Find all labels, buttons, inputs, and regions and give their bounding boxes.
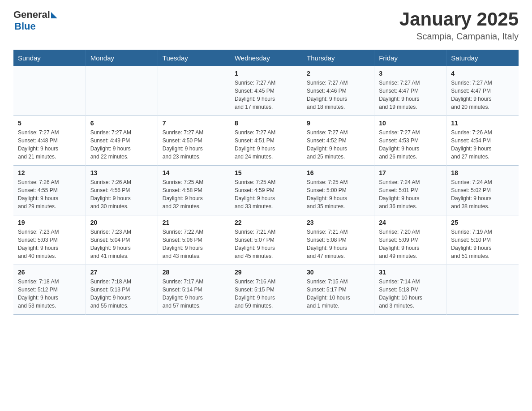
table-row: 21Sunrise: 7:22 AM Sunset: 5:06 PM Dayli…	[158, 215, 230, 265]
day-number: 10	[379, 120, 442, 127]
header-sunday: Sunday	[13, 50, 86, 66]
day-number: 20	[90, 219, 153, 226]
table-row: 29Sunrise: 7:16 AM Sunset: 5:15 PM Dayli…	[230, 265, 302, 315]
day-number: 17	[379, 169, 442, 176]
table-row: 23Sunrise: 7:21 AM Sunset: 5:08 PM Dayli…	[302, 215, 374, 265]
day-number: 11	[451, 120, 514, 127]
day-number: 28	[163, 269, 225, 276]
day-number: 26	[18, 269, 81, 276]
day-number: 31	[379, 269, 442, 276]
day-info: Sunrise: 7:27 AM Sunset: 4:48 PM Dayligh…	[18, 128, 81, 161]
table-row: 6Sunrise: 7:27 AM Sunset: 4:49 PM Daylig…	[86, 116, 158, 166]
day-number: 25	[451, 219, 514, 226]
table-row	[446, 265, 519, 315]
day-info: Sunrise: 7:21 AM Sunset: 5:07 PM Dayligh…	[235, 228, 297, 260]
table-row: 11Sunrise: 7:26 AM Sunset: 4:54 PM Dayli…	[446, 116, 519, 166]
day-info: Sunrise: 7:15 AM Sunset: 5:17 PM Dayligh…	[307, 278, 369, 310]
day-info: Sunrise: 7:16 AM Sunset: 5:15 PM Dayligh…	[235, 278, 297, 310]
table-row: 26Sunrise: 7:18 AM Sunset: 5:12 PM Dayli…	[13, 265, 86, 315]
header-tuesday: Tuesday	[158, 50, 230, 66]
day-info: Sunrise: 7:27 AM Sunset: 4:53 PM Dayligh…	[379, 128, 442, 161]
day-number: 24	[379, 219, 442, 226]
day-info: Sunrise: 7:27 AM Sunset: 4:49 PM Dayligh…	[90, 128, 153, 161]
day-number: 4	[451, 70, 514, 77]
day-info: Sunrise: 7:18 AM Sunset: 5:12 PM Dayligh…	[18, 278, 81, 310]
day-number: 16	[307, 169, 369, 176]
day-number: 1	[235, 70, 297, 77]
day-info: Sunrise: 7:27 AM Sunset: 4:47 PM Dayligh…	[379, 79, 442, 111]
day-number: 6	[90, 120, 153, 127]
table-row: 8Sunrise: 7:27 AM Sunset: 4:51 PM Daylig…	[230, 116, 302, 166]
calendar-week-row: 5Sunrise: 7:27 AM Sunset: 4:48 PM Daylig…	[13, 116, 519, 166]
day-number: 13	[90, 169, 153, 176]
day-number: 9	[307, 120, 369, 127]
calendar-title: January 2025	[399, 9, 519, 30]
logo-general: General	[13, 9, 50, 21]
day-info: Sunrise: 7:27 AM Sunset: 4:47 PM Dayligh…	[451, 79, 514, 111]
day-number: 2	[307, 70, 369, 77]
day-number: 19	[18, 219, 81, 226]
table-row: 14Sunrise: 7:25 AM Sunset: 4:58 PM Dayli…	[158, 166, 230, 215]
table-row: 20Sunrise: 7:23 AM Sunset: 5:04 PM Dayli…	[86, 215, 158, 265]
logo: General Blue	[13, 9, 57, 32]
day-info: Sunrise: 7:27 AM Sunset: 4:51 PM Dayligh…	[235, 128, 297, 161]
day-info: Sunrise: 7:22 AM Sunset: 5:06 PM Dayligh…	[163, 228, 225, 260]
day-info: Sunrise: 7:27 AM Sunset: 4:52 PM Dayligh…	[307, 128, 369, 161]
table-row: 5Sunrise: 7:27 AM Sunset: 4:48 PM Daylig…	[13, 116, 86, 166]
header-saturday: Saturday	[446, 50, 519, 66]
table-row: 12Sunrise: 7:26 AM Sunset: 4:55 PM Dayli…	[13, 166, 86, 215]
day-number: 3	[379, 70, 442, 77]
day-number: 14	[163, 169, 225, 176]
day-number: 30	[307, 269, 369, 276]
day-number: 8	[235, 120, 297, 127]
table-row: 9Sunrise: 7:27 AM Sunset: 4:52 PM Daylig…	[302, 116, 374, 166]
day-info: Sunrise: 7:14 AM Sunset: 5:18 PM Dayligh…	[379, 278, 442, 310]
day-number: 22	[235, 219, 297, 226]
table-row: 4Sunrise: 7:27 AM Sunset: 4:47 PM Daylig…	[446, 66, 519, 116]
table-row: 16Sunrise: 7:25 AM Sunset: 5:00 PM Dayli…	[302, 166, 374, 215]
table-row: 28Sunrise: 7:17 AM Sunset: 5:14 PM Dayli…	[158, 265, 230, 315]
day-number: 18	[451, 169, 514, 176]
calendar-week-row: 1Sunrise: 7:27 AM Sunset: 4:45 PM Daylig…	[13, 66, 519, 116]
title-block: January 2025 Scampia, Campania, Italy	[399, 9, 519, 42]
day-info: Sunrise: 7:18 AM Sunset: 5:13 PM Dayligh…	[90, 278, 153, 310]
table-row: 1Sunrise: 7:27 AM Sunset: 4:45 PM Daylig…	[230, 66, 302, 116]
calendar-table: Sunday Monday Tuesday Wednesday Thursday…	[13, 50, 519, 315]
table-row: 30Sunrise: 7:15 AM Sunset: 5:17 PM Dayli…	[302, 265, 374, 315]
table-row	[86, 66, 158, 116]
day-info: Sunrise: 7:26 AM Sunset: 4:55 PM Dayligh…	[18, 178, 81, 210]
header-wednesday: Wednesday	[230, 50, 302, 66]
day-info: Sunrise: 7:26 AM Sunset: 4:54 PM Dayligh…	[451, 128, 514, 161]
day-info: Sunrise: 7:21 AM Sunset: 5:08 PM Dayligh…	[307, 228, 369, 260]
calendar-week-row: 19Sunrise: 7:23 AM Sunset: 5:03 PM Dayli…	[13, 215, 519, 265]
calendar-week-row: 26Sunrise: 7:18 AM Sunset: 5:12 PM Dayli…	[13, 265, 519, 315]
day-number: 7	[163, 120, 225, 127]
table-row: 31Sunrise: 7:14 AM Sunset: 5:18 PM Dayli…	[374, 265, 446, 315]
day-info: Sunrise: 7:27 AM Sunset: 4:45 PM Dayligh…	[235, 79, 297, 111]
table-row	[13, 66, 86, 116]
day-info: Sunrise: 7:25 AM Sunset: 5:00 PM Dayligh…	[307, 178, 369, 210]
day-number: 5	[18, 120, 81, 127]
table-row	[158, 66, 230, 116]
header-thursday: Thursday	[302, 50, 374, 66]
table-row: 13Sunrise: 7:26 AM Sunset: 4:56 PM Dayli…	[86, 166, 158, 215]
table-row: 27Sunrise: 7:18 AM Sunset: 5:13 PM Dayli…	[86, 265, 158, 315]
day-info: Sunrise: 7:19 AM Sunset: 5:10 PM Dayligh…	[451, 228, 514, 260]
header-monday: Monday	[86, 50, 158, 66]
day-info: Sunrise: 7:24 AM Sunset: 5:02 PM Dayligh…	[451, 178, 514, 210]
weekday-header-row: Sunday Monday Tuesday Wednesday Thursday…	[13, 50, 519, 66]
day-info: Sunrise: 7:27 AM Sunset: 4:46 PM Dayligh…	[307, 79, 369, 111]
table-row: 10Sunrise: 7:27 AM Sunset: 4:53 PM Dayli…	[374, 116, 446, 166]
day-number: 15	[235, 169, 297, 176]
logo-triangle-icon	[51, 12, 57, 18]
table-row: 22Sunrise: 7:21 AM Sunset: 5:07 PM Dayli…	[230, 215, 302, 265]
day-number: 12	[18, 169, 81, 176]
table-row: 7Sunrise: 7:27 AM Sunset: 4:50 PM Daylig…	[158, 116, 230, 166]
table-row: 19Sunrise: 7:23 AM Sunset: 5:03 PM Dayli…	[13, 215, 86, 265]
day-number: 21	[163, 219, 225, 226]
logo-blue: Blue	[14, 21, 57, 32]
table-row: 25Sunrise: 7:19 AM Sunset: 5:10 PM Dayli…	[446, 215, 519, 265]
table-row: 15Sunrise: 7:25 AM Sunset: 4:59 PM Dayli…	[230, 166, 302, 215]
header-friday: Friday	[374, 50, 446, 66]
table-row: 17Sunrise: 7:24 AM Sunset: 5:01 PM Dayli…	[374, 166, 446, 215]
